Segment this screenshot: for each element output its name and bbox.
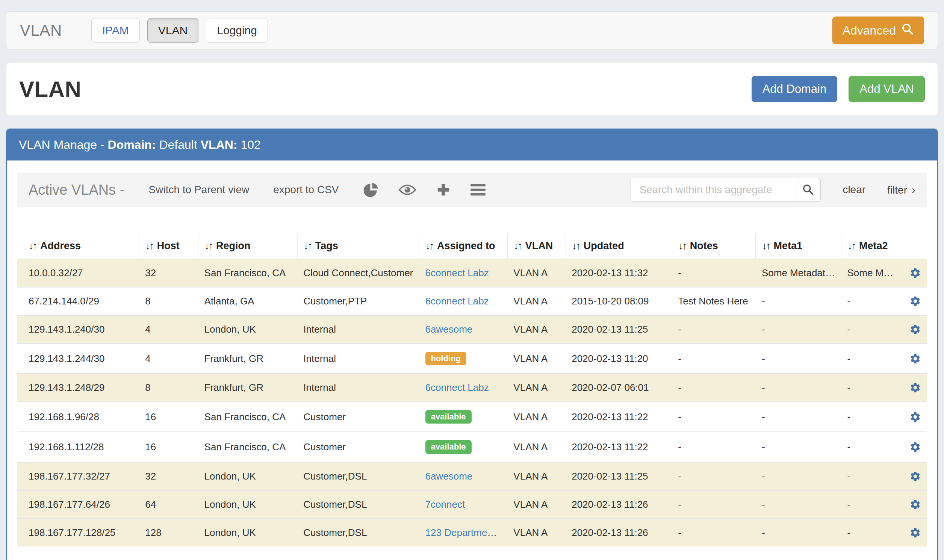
top-nav-bar: VLAN IPAMVLANLogging Advanced [6, 11, 938, 49]
cell-actions [904, 259, 927, 287]
sort-icon: ↓↑ [145, 240, 153, 251]
assigned-link[interactable]: 7connect [425, 499, 465, 510]
sort-icon: ↓↑ [204, 240, 212, 251]
column-header-actions [904, 234, 927, 259]
cell-address: 198.167.177.128/25 [17, 518, 139, 546]
cell-region: San Francisco, CA [198, 432, 298, 462]
cell-meta2: - [841, 402, 904, 432]
column-header-meta2[interactable]: ↓↑Meta2 [841, 234, 904, 259]
table-row: 192.168.1.112/2816San Francisco, CACusto… [17, 432, 927, 462]
cell-vlan: VLAN A [507, 343, 566, 374]
export-csv-link[interactable]: export to CSV [273, 184, 338, 196]
add-domain-button[interactable]: Add Domain [752, 76, 838, 102]
column-header-assigned-to[interactable]: ↓↑Assigned to [420, 234, 508, 259]
cell-tags: Internal [297, 315, 419, 343]
cell-vlan: VLAN A [507, 432, 566, 462]
assigned-link[interactable]: 123 Department... [425, 527, 504, 538]
cell-region: San Francisco, CA [198, 402, 298, 432]
table-row: 129.143.1.240/304London, UKInternal6awes… [17, 315, 927, 343]
gear-icon[interactable] [909, 324, 921, 335]
cell-meta2: - [841, 343, 904, 374]
gear-icon[interactable] [909, 353, 921, 365]
column-header-label: Updated [584, 240, 624, 251]
filter-link[interactable]: filter› [887, 183, 915, 196]
cell-meta2: - [841, 518, 904, 546]
column-header-notes[interactable]: ↓↑Notes [672, 234, 756, 259]
list-icon[interactable] [470, 183, 486, 196]
tab-ipam[interactable]: IPAM [91, 18, 140, 43]
search-button[interactable] [795, 178, 821, 202]
gear-icon[interactable] [909, 499, 921, 511]
column-header-tags[interactable]: ↓↑Tags [297, 234, 419, 259]
cell-actions [904, 315, 927, 343]
column-header-vlan[interactable]: ↓↑VLAN [507, 234, 566, 259]
cell-region: London, UK [198, 315, 298, 343]
cell-assigned-to: available [420, 402, 508, 432]
tab-logging[interactable]: Logging [206, 18, 268, 43]
cell-tags: Customer,DSL [297, 491, 419, 518]
sort-icon: ↓↑ [425, 240, 433, 251]
cell-region: Frankfurt, GR [198, 374, 298, 402]
tab-vlan[interactable]: VLAN [147, 18, 198, 43]
cell-address: 10.0.0.32/27 [17, 259, 139, 287]
plus-icon[interactable] [436, 182, 451, 197]
gear-icon[interactable] [909, 471, 921, 482]
cell-tags: Customer [297, 432, 419, 462]
cell-tags: Customer [297, 402, 419, 432]
cell-meta2: - [841, 432, 904, 462]
cell-meta1: - [756, 287, 841, 315]
column-header-label: Notes [690, 240, 718, 251]
cell-meta2: - [841, 315, 904, 343]
gear-icon[interactable] [909, 295, 921, 307]
table-row: 192.168.1.96/2816San Francisco, CACustom… [17, 402, 927, 432]
cell-meta1: - [756, 374, 841, 402]
assigned-link[interactable]: 6awesome [425, 324, 473, 335]
cell-notes: - [672, 518, 756, 546]
page-header-card: VLAN Add Domain Add VLAN [6, 62, 938, 116]
cell-notes: - [672, 462, 756, 491]
search-input[interactable] [630, 178, 795, 202]
gear-icon[interactable] [909, 441, 921, 453]
column-header-address[interactable]: ↓↑Address [17, 234, 139, 259]
sort-icon: ↓↑ [847, 240, 855, 251]
cell-notes: - [672, 432, 756, 462]
eye-icon[interactable] [398, 184, 417, 196]
cell-address: 192.168.1.96/28 [17, 402, 139, 432]
cell-notes: Test Notes Here [672, 287, 756, 315]
assigned-link[interactable]: 6connect Labz [425, 382, 489, 393]
cell-host: 8 [139, 374, 198, 402]
cell-address: 129.143.1.240/30 [17, 315, 139, 343]
gear-icon[interactable] [909, 267, 921, 279]
assigned-link[interactable]: 6connect Labz [425, 267, 489, 278]
gear-icon[interactable] [909, 527, 921, 538]
assigned-link[interactable]: 6connect Labz [425, 295, 489, 307]
cell-updated: 2020-02-13 11:25 [566, 315, 672, 343]
cell-address: 198.167.177.32/27 [17, 462, 139, 491]
cell-actions [904, 432, 927, 462]
column-header-label: Meta2 [859, 240, 888, 251]
column-header-region[interactable]: ↓↑Region [198, 234, 298, 259]
add-vlan-button[interactable]: Add VLAN [849, 76, 925, 102]
cell-assigned-to: available [420, 432, 508, 462]
cell-vlan: VLAN A [507, 518, 566, 546]
gear-icon[interactable] [909, 411, 921, 423]
column-header-label: Assigned to [437, 240, 495, 251]
cell-meta1: - [756, 462, 841, 491]
table-row: 129.143.1.248/298Frankfurt, GRInternal6c… [17, 374, 927, 402]
assigned-link[interactable]: 6awesome [425, 471, 473, 482]
column-header-host[interactable]: ↓↑Host [139, 234, 198, 259]
cell-meta2: - [841, 491, 904, 518]
column-header-updated[interactable]: ↓↑Updated [566, 234, 672, 259]
cell-meta1: - [756, 432, 841, 462]
cell-region: London, UK [198, 518, 298, 546]
pie-chart-icon[interactable] [363, 182, 379, 198]
gear-icon[interactable] [909, 382, 921, 394]
column-header-label: Host [157, 240, 180, 251]
switch-parent-view-link[interactable]: Switch to Parent view [149, 184, 249, 196]
status-badge: holding [425, 352, 466, 365]
advanced-search-button[interactable]: Advanced [832, 17, 924, 45]
cell-meta1: - [756, 402, 841, 432]
column-header-meta1[interactable]: ↓↑Meta1 [756, 234, 841, 259]
clear-link[interactable]: clear [843, 184, 866, 196]
cell-address: 192.168.1.112/28 [17, 432, 139, 462]
